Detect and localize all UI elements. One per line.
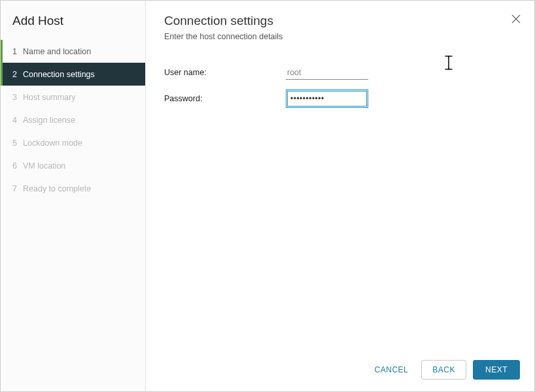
step-number: 4	[12, 116, 23, 125]
page-subtitle: Enter the host connection details	[164, 32, 516, 41]
step-label: Assign license	[23, 116, 75, 125]
close-icon	[511, 14, 521, 24]
step-number: 6	[12, 161, 23, 171]
password-row: Password:	[164, 86, 516, 112]
step-number: 5	[12, 139, 23, 148]
wizard-title: Add Host	[1, 14, 145, 40]
page-header: Connection settings Enter the host conne…	[146, 1, 534, 45]
step-connection-settings[interactable]: 2 Connection settings	[1, 63, 145, 86]
next-button[interactable]: NEXT	[473, 360, 520, 380]
password-label: Password:	[164, 94, 286, 103]
step-label: Lockdown mode	[23, 139, 82, 148]
step-label: Name and location	[23, 47, 91, 56]
username-label: User name:	[164, 68, 286, 77]
step-host-summary: 3 Host summary	[1, 86, 145, 108]
wizard-main: Connection settings Enter the host conne…	[146, 1, 534, 391]
cancel-button[interactable]: CANCEL	[368, 360, 415, 380]
add-host-wizard: Add Host 1 Name and location 2 Connectio…	[0, 0, 535, 392]
username-input[interactable]	[286, 66, 368, 80]
step-vm-location: 6 VM location	[1, 154, 145, 177]
step-number: 2	[12, 70, 23, 79]
step-label: Host summary	[23, 93, 76, 102]
step-lockdown-mode: 5 Lockdown mode	[1, 131, 145, 154]
page-title: Connection settings	[164, 14, 516, 28]
step-name-and-location[interactable]: 1 Name and location	[1, 40, 145, 63]
username-row: User name:	[164, 59, 516, 86]
close-button[interactable]	[509, 12, 523, 25]
wizard-sidebar: Add Host 1 Name and location 2 Connectio…	[1, 1, 146, 391]
step-label: Ready to complete	[23, 184, 91, 193]
step-label: Connection settings	[23, 70, 95, 79]
step-label: VM location	[23, 161, 65, 171]
password-input[interactable]	[287, 91, 367, 106]
step-number: 7	[12, 184, 23, 193]
step-assign-license: 4 Assign license	[1, 108, 145, 131]
step-number: 1	[12, 47, 23, 56]
step-ready-to-complete: 7 Ready to complete	[1, 177, 145, 200]
connection-form: User name: Password:	[146, 45, 534, 350]
wizard-footer: CANCEL BACK NEXT	[146, 350, 534, 391]
wizard-steps: 1 Name and location 2 Connection setting…	[1, 40, 145, 200]
password-focus-ring	[286, 90, 368, 108]
back-button[interactable]: BACK	[421, 360, 466, 380]
step-number: 3	[12, 93, 23, 102]
